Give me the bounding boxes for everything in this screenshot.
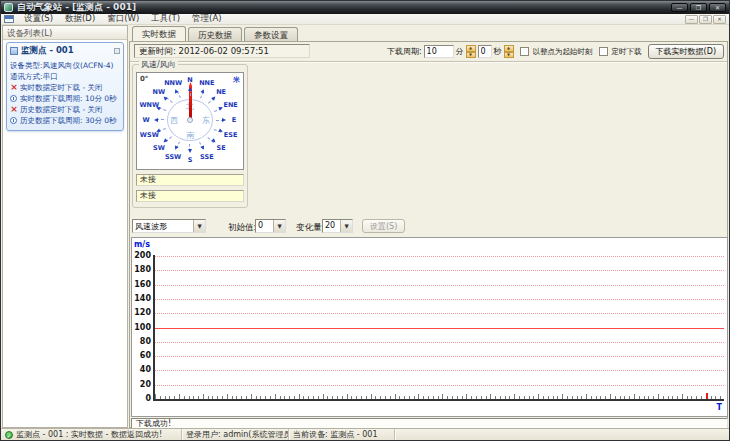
compass-arrow-icon	[174, 146, 179, 151]
chart-x-tick	[452, 396, 453, 399]
minutes-input[interactable]	[424, 45, 454, 58]
device-panel[interactable]: 监测点 - 001 设备类型:风速风向仪(ACFN-4)通讯方式:串口×实时数据…	[6, 42, 124, 131]
menu-item-2[interactable]: 窗口(W)	[101, 13, 145, 25]
minutes-stepper[interactable]: ▲▼	[466, 45, 476, 58]
chart-x-tick	[596, 396, 597, 399]
seconds-stepper[interactable]: ▲▼	[504, 45, 514, 58]
align-hour-checkbox[interactable]	[520, 47, 529, 56]
download-realtime-button[interactable]: 下载实时数据(D)	[648, 44, 724, 59]
align-hour-label: 以整点为起始时刻	[533, 47, 593, 57]
chart-x-tick	[668, 396, 669, 399]
compass-arrow-icon	[200, 146, 205, 151]
tab-history-data[interactable]: 历史数据	[188, 27, 242, 41]
chart-x-tick	[557, 396, 558, 399]
toolbar-separator	[130, 61, 727, 63]
set-button[interactable]: 设置(S)	[362, 219, 405, 233]
compass-direction-label: NW	[153, 88, 166, 96]
mdi-child-icon[interactable]	[4, 15, 14, 23]
chart-gridline	[155, 270, 724, 271]
wind-degree-label: 0°	[140, 75, 148, 83]
chart-x-tick	[208, 396, 209, 399]
chart-x-tick	[260, 396, 261, 399]
chart-x-tick	[184, 396, 185, 399]
chart-x-tick	[179, 394, 180, 399]
chart-x-tick	[256, 396, 257, 399]
timed-download-checkbox[interactable]	[599, 47, 608, 56]
chart-y-tick-label: 200	[132, 251, 151, 260]
chart-x-tick	[715, 396, 716, 399]
delta-value-label: 变化量:	[296, 222, 324, 234]
initial-value-select[interactable]: 0▼	[255, 219, 286, 233]
compass-direction-label: ENE	[223, 101, 237, 109]
collapse-icon[interactable]	[114, 48, 120, 54]
update-time-label: 更新时间: 2012-06-02 09:57:51	[134, 44, 310, 58]
minimize-icon[interactable]: —	[671, 3, 688, 12]
chart-x-tick	[265, 396, 266, 399]
chart-x-tick	[548, 396, 549, 399]
close-icon[interactable]: ✕	[709, 3, 726, 12]
success-check-icon: ✓	[5, 431, 13, 439]
chevron-down-icon: ▼	[193, 220, 205, 232]
chart-x-tick	[236, 396, 237, 399]
device-icon	[10, 47, 18, 55]
chart-x-tick	[438, 396, 439, 399]
compass-direction-label: SSE	[200, 153, 214, 161]
menu-bar: 设置(S)数据(D)窗口(W)工具(T)管理(A) — ❐ ✕	[1, 14, 729, 25]
chart-x-tick	[337, 396, 338, 399]
app-window: 自动气象站 - [监测点 - 001] — ❐ ✕ 设置(S)数据(D)窗口(W…	[0, 0, 730, 441]
tab-realtime-data[interactable]: 实时数据	[132, 26, 186, 41]
chart-x-tick	[610, 394, 611, 399]
seconds-input[interactable]	[478, 45, 492, 58]
chart-x-tick	[481, 396, 482, 399]
initial-value-label: 初始值:	[228, 222, 256, 234]
device-detail-line: ×历史数据定时下载 - 关闭	[10, 104, 120, 115]
clock-icon	[10, 95, 17, 102]
chart-x-tick	[361, 396, 362, 399]
chart-x-tick	[447, 396, 448, 399]
menu-item-3[interactable]: 工具(T)	[145, 13, 186, 25]
compass-direction-label: E	[232, 116, 236, 124]
chart-x-tick	[701, 396, 702, 399]
chart-x-tick	[591, 396, 592, 399]
chart-highlight-line	[155, 328, 724, 329]
chart-x-tick	[624, 396, 625, 399]
tab-parameter-settings[interactable]: 参数设置	[244, 27, 298, 41]
waveform-type-select[interactable]: 风速波形▼	[132, 219, 206, 233]
chart-gridline	[155, 299, 724, 300]
chart-x-tick	[524, 396, 525, 399]
mdi-minimize-icon[interactable]: —	[685, 15, 698, 24]
chart-gridline	[155, 385, 724, 386]
period-label: 下载周期:	[387, 46, 422, 57]
chart-x-tick	[284, 396, 285, 399]
chart-x-tick	[658, 394, 659, 399]
mdi-restore-icon[interactable]: ❐	[699, 15, 712, 24]
chart-gridline	[155, 256, 724, 257]
mdi-close-icon[interactable]: ✕	[713, 15, 726, 24]
chart-x-tick	[533, 396, 534, 399]
device-detail-line: 设备类型:风速风向仪(ACFN-4)	[10, 60, 120, 71]
device-detail-line: 历史数据下载周期: 30分 0秒	[10, 115, 120, 126]
wind-direction-field: 未接	[136, 190, 244, 202]
chart-gridline	[155, 342, 724, 343]
menu-item-4[interactable]: 管理(A)	[186, 13, 227, 25]
timed-download-label: 定时下载	[612, 47, 642, 57]
menu-item-1[interactable]: 数据(D)	[59, 13, 101, 25]
cn-south-label: 南	[186, 130, 194, 141]
chevron-down-icon: ▼	[273, 220, 285, 232]
compass-direction-label: NNW	[164, 79, 182, 87]
compass-center-dot	[187, 117, 193, 123]
compass-arrow-icon	[218, 129, 223, 134]
chart-x-tick	[217, 396, 218, 399]
restore-icon[interactable]: ❐	[690, 3, 707, 12]
chart-x-tick	[246, 396, 247, 399]
chart-x-tick	[198, 396, 199, 399]
menu-item-0[interactable]: 设置(S)	[18, 13, 59, 25]
chart-x-tick	[160, 396, 161, 399]
chart-x-tick	[634, 394, 635, 399]
chart-x-tick	[232, 396, 233, 399]
chart-x-tick	[399, 396, 400, 399]
compass-arrow-icon	[155, 105, 160, 110]
chart-x-tick	[385, 396, 386, 399]
delta-value-select[interactable]: 20▼	[322, 219, 353, 233]
chart-x-tick	[663, 396, 664, 399]
